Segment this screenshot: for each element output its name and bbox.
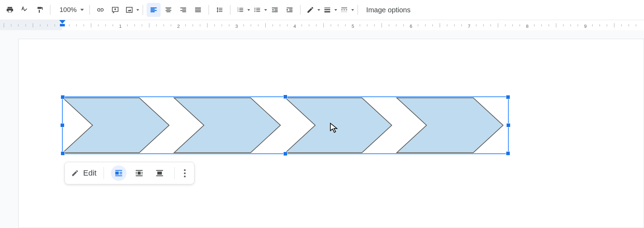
wrap-inline-icon <box>114 169 123 178</box>
insert-image-dropdown[interactable] <box>123 3 139 17</box>
wrap-break-button[interactable] <box>152 165 167 181</box>
paint-format-button[interactable] <box>32 3 47 17</box>
svg-point-6 <box>254 11 255 12</box>
caret-down-icon <box>317 9 320 11</box>
caret-down-icon <box>351 9 354 11</box>
main-toolbar: 100% 123 <box>0 0 644 20</box>
border-color-dropdown[interactable] <box>304 3 320 17</box>
pencil-icon <box>71 169 79 177</box>
image-options-button[interactable]: Image options <box>361 6 416 14</box>
caret-down-icon <box>136 9 139 11</box>
image-context-toolbar: Edit <box>64 162 194 184</box>
numbered-list-dropdown[interactable]: 123 <box>234 3 250 17</box>
zoom-value: 100% <box>60 6 77 14</box>
svg-marker-10 <box>63 98 169 153</box>
toolbar-separator <box>358 5 358 15</box>
svg-rect-15 <box>138 172 141 175</box>
svg-marker-13 <box>397 98 503 153</box>
svg-rect-9 <box>324 11 330 13</box>
wrap-inline-button[interactable] <box>111 165 126 181</box>
align-justify-button[interactable] <box>191 3 205 17</box>
svg-point-5 <box>254 10 255 11</box>
toolbar-separator <box>104 167 104 179</box>
svg-point-4 <box>254 8 255 9</box>
chevron-shapes-icon <box>63 97 508 153</box>
print-button[interactable] <box>3 3 17 17</box>
image-options-label: Image options <box>366 6 411 14</box>
selected-drawing[interactable] <box>62 96 509 154</box>
resize-handle-bm[interactable] <box>283 152 287 156</box>
toolbar-separator <box>230 5 230 15</box>
align-right-button[interactable] <box>176 3 190 17</box>
toolbar-separator <box>174 167 175 179</box>
bulleted-list-dropdown[interactable] <box>251 3 267 17</box>
caret-down-icon <box>334 9 337 11</box>
wrap-break-icon <box>155 169 164 178</box>
edit-drawing-button[interactable]: Edit <box>71 169 97 178</box>
toolbar-separator <box>50 5 50 15</box>
resize-handle-tl[interactable] <box>61 95 65 99</box>
resize-handle-tr[interactable] <box>506 95 510 99</box>
caret-down-icon <box>80 9 84 11</box>
toolbar-separator <box>89 5 90 15</box>
resize-handle-mr[interactable] <box>506 123 510 127</box>
align-center-button[interactable] <box>161 3 175 17</box>
toolbar-separator <box>300 5 301 15</box>
svg-rect-0 <box>126 7 132 13</box>
svg-text:3: 3 <box>237 10 238 12</box>
indent-marker[interactable] <box>59 20 66 27</box>
svg-rect-8 <box>324 9 330 10</box>
align-left-button[interactable] <box>147 3 161 17</box>
add-comment-button[interactable] <box>108 3 122 17</box>
increase-indent-button[interactable] <box>283 3 297 17</box>
more-options-button[interactable] <box>182 169 188 177</box>
decrease-indent-button[interactable] <box>268 3 282 17</box>
insert-link-button[interactable] <box>93 3 107 17</box>
wrap-text-button[interactable] <box>131 165 147 181</box>
caret-down-icon <box>264 9 267 11</box>
svg-rect-16 <box>157 172 162 175</box>
caret-down-icon <box>247 9 250 11</box>
zoom-dropdown[interactable]: 100% <box>54 6 86 14</box>
toolbar-separator <box>209 5 209 15</box>
edit-label: Edit <box>83 169 97 178</box>
horizontal-ruler[interactable] <box>0 20 644 30</box>
svg-marker-11 <box>174 98 280 153</box>
border-weight-dropdown[interactable] <box>321 3 337 17</box>
svg-marker-12 <box>285 98 392 153</box>
toolbar-separator <box>143 5 143 15</box>
wrap-text-icon <box>135 169 144 178</box>
resize-handle-tm[interactable] <box>283 95 287 99</box>
ruler-canvas <box>0 20 644 30</box>
resize-handle-bl[interactable] <box>61 151 65 156</box>
svg-rect-7 <box>324 8 330 8</box>
resize-handle-ml[interactable] <box>60 123 64 127</box>
spellcheck-button[interactable] <box>18 3 32 17</box>
svg-rect-14 <box>115 172 119 175</box>
resize-handle-br[interactable] <box>506 151 510 156</box>
line-spacing-button[interactable] <box>212 3 227 17</box>
border-dash-dropdown[interactable] <box>338 3 354 17</box>
